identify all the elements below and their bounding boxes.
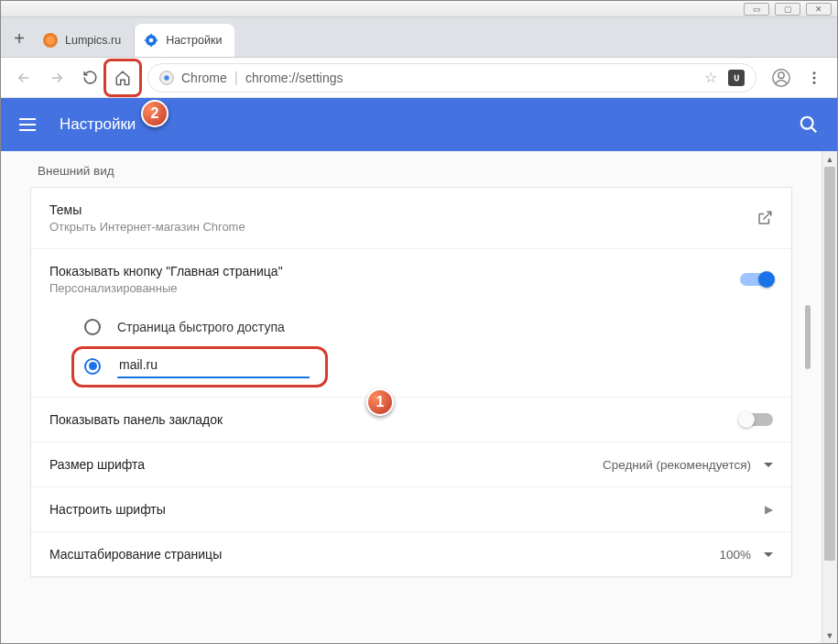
scroll-down-button[interactable]: ▼ (822, 628, 837, 643)
chrome-icon (159, 71, 174, 85)
lumpics-favicon-icon (43, 33, 58, 48)
row-page-zoom[interactable]: Масштабирование страницы 100% (31, 531, 791, 576)
settings-favicon-icon (144, 33, 158, 48)
zoom-value: 100% (719, 548, 751, 562)
svg-point-1 (149, 38, 154, 43)
browser-toolbar: Chrome | chrome://settings ☆ ᴜ (1, 58, 837, 98)
tab-label: Lumpics.ru (65, 34, 121, 47)
fonts-title: Настроить шрифты (49, 502, 752, 517)
tab-lumpics[interactable]: Lumpics.ru (34, 24, 135, 57)
ublock-icon[interactable]: ᴜ (728, 70, 745, 86)
themes-title: Темы (49, 202, 744, 217)
fontsize-title: Размер шрифта (49, 457, 590, 472)
row-font-size[interactable]: Размер шрифта Средний (рекомендуется) (31, 442, 791, 486)
svg-rect-3 (150, 45, 151, 48)
chevron-right-icon: ▶ (765, 503, 773, 516)
menu-button[interactable] (800, 64, 828, 92)
new-tab-button[interactable]: + (5, 24, 34, 53)
dropdown-icon (764, 463, 773, 467)
svg-point-9 (778, 72, 784, 78)
home-button-toggle[interactable] (740, 273, 773, 286)
tab-label: Настройки (166, 34, 222, 47)
bookmarks-toggle[interactable] (740, 413, 773, 426)
svg-rect-4 (145, 39, 147, 40)
forward-button[interactable] (43, 64, 71, 92)
themes-subtitle: Открыть Интернет-магазин Chrome (49, 220, 744, 234)
tab-settings[interactable]: Настройки (135, 24, 234, 57)
reload-button[interactable] (76, 64, 103, 92)
radio-selected-icon[interactable] (84, 358, 101, 375)
row-home-button: Показывать кнопку "Главная страница" Пер… (31, 248, 791, 310)
svg-rect-2 (150, 34, 151, 37)
svg-point-12 (813, 81, 816, 83)
page-title: Настройки (60, 115, 136, 134)
svg-point-7 (164, 75, 169, 80)
tab-strip: + Lumpics.ru Настройки (1, 17, 837, 58)
window-close-button[interactable]: ✕ (806, 3, 832, 16)
svg-point-10 (813, 71, 816, 74)
bookmarks-title: Показывать панель закладок (49, 412, 727, 427)
radio-quick-access[interactable]: Страница быстрого доступа (31, 310, 791, 344)
svg-rect-5 (156, 39, 158, 40)
search-button[interactable] (799, 115, 819, 135)
content-scrollbar-thumb[interactable] (805, 305, 811, 369)
address-path: chrome://settings (245, 71, 343, 85)
section-title: Внешний вид (30, 151, 792, 187)
fontsize-value: Средний (рекомендуется) (603, 458, 751, 472)
home-button[interactable] (109, 64, 136, 92)
window-scrollbar[interactable]: ▲ ▼ (822, 151, 837, 643)
radio-quick-label: Страница быстрого доступа (117, 320, 285, 334)
row-bookmarks-bar[interactable]: Показывать панель закладок (31, 397, 791, 442)
radio-unselected-icon[interactable] (84, 319, 101, 335)
row-themes[interactable]: Темы Открыть Интернет-магазин Chrome (31, 188, 791, 248)
external-link-icon (756, 210, 773, 226)
settings-content: Внешний вид Темы Открыть Интернет-магази… (1, 151, 822, 643)
scroll-thumb[interactable] (824, 167, 835, 561)
home-button-title: Показывать кнопку "Главная страница" (49, 264, 727, 278)
window-titlebar: ▭ ▢ ✕ (1, 1, 837, 17)
scroll-up-button[interactable]: ▲ (822, 151, 837, 167)
appearance-card: Темы Открыть Интернет-магазин Chrome Пок… (30, 187, 792, 577)
radio-custom-url[interactable] (31, 344, 791, 397)
svg-point-11 (813, 76, 816, 79)
profile-button[interactable] (767, 64, 795, 92)
window-minimize-button[interactable]: ▭ (744, 3, 769, 16)
menu-icon[interactable] (19, 114, 41, 136)
home-url-input[interactable] (117, 354, 310, 378)
zoom-title: Масштабирование страницы (49, 547, 706, 562)
back-button[interactable] (10, 64, 38, 92)
dropdown-icon (764, 552, 773, 557)
svg-point-13 (801, 117, 813, 129)
star-icon[interactable]: ☆ (701, 68, 721, 88)
address-separator: | (234, 70, 238, 86)
address-bar[interactable]: Chrome | chrome://settings ☆ ᴜ (147, 63, 756, 93)
home-button-subtitle: Персонализированные (49, 281, 727, 295)
address-host: Chrome (181, 71, 227, 85)
settings-appbar: Настройки (1, 98, 837, 151)
scroll-track[interactable] (822, 167, 837, 628)
row-customize-fonts[interactable]: Настроить шрифты ▶ (31, 486, 791, 531)
window-maximize-button[interactable]: ▢ (775, 3, 800, 16)
